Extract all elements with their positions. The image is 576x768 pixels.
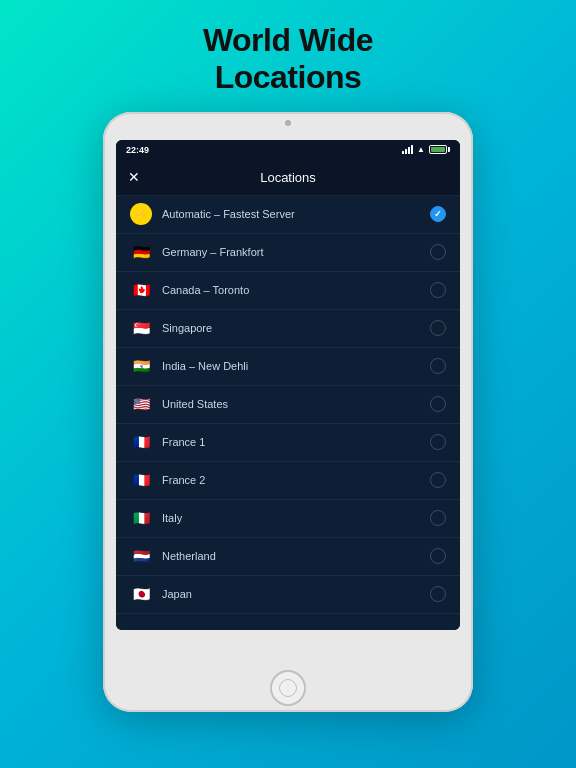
ipad-screen: 22:49 ▲ (116, 140, 460, 630)
location-name: Canada – Toronto (162, 284, 430, 296)
nav-header: ✕ Locations (116, 160, 460, 196)
home-button[interactable] (270, 670, 306, 706)
location-name: France 2 (162, 474, 430, 486)
location-name: India – New Dehli (162, 360, 430, 372)
camera-dot (285, 120, 291, 126)
flag-icon: 🇸🇬 (130, 317, 152, 339)
page-title: World Wide Locations (203, 22, 373, 96)
select-indicator (430, 320, 446, 336)
list-item[interactable]: 🇮🇳 India – New Dehli (116, 348, 460, 386)
auto-icon: ⚡ (130, 203, 152, 225)
list-item[interactable]: 🇮🇹 Italy (116, 500, 460, 538)
location-name: United States (162, 398, 430, 410)
signal-icon (402, 145, 413, 154)
select-indicator (430, 244, 446, 260)
battery-icon (429, 145, 450, 154)
list-item[interactable]: 🇨🇦 Canada – Toronto (116, 272, 460, 310)
status-icons: ▲ (402, 145, 450, 154)
flag-icon: 🇳🇱 (130, 545, 152, 567)
list-item[interactable]: 🇩🇪 Germany – Frankfort (116, 234, 460, 272)
location-name: Germany – Frankfort (162, 246, 430, 258)
select-indicator (430, 586, 446, 602)
select-indicator (430, 206, 446, 222)
select-indicator (430, 396, 446, 412)
location-name: Italy (162, 512, 430, 524)
list-item[interactable]: 🇫🇷 France 1 (116, 424, 460, 462)
nav-title: Locations (260, 170, 316, 185)
list-item[interactable]: 🇫🇷 France 2 (116, 462, 460, 500)
location-name: Netherland (162, 550, 430, 562)
flag-icon: 🇫🇷 (130, 469, 152, 491)
locations-list: ⚡ Automatic – Fastest Server 🇩🇪 Germany … (116, 196, 460, 630)
select-indicator (430, 282, 446, 298)
list-item[interactable]: 🇯🇵 Japan (116, 576, 460, 614)
location-name: Japan (162, 588, 430, 600)
list-item[interactable]: 🇳🇱 Netherland (116, 538, 460, 576)
select-indicator (430, 472, 446, 488)
flag-icon: 🇨🇦 (130, 279, 152, 301)
select-indicator (430, 548, 446, 564)
wifi-icon: ▲ (417, 145, 425, 154)
select-indicator (430, 434, 446, 450)
flag-icon: 🇩🇪 (130, 241, 152, 263)
flag-icon: 🇯🇵 (130, 583, 152, 605)
location-name: Automatic – Fastest Server (162, 208, 430, 220)
ipad-frame: 22:49 ▲ (103, 112, 473, 712)
location-name: Singapore (162, 322, 430, 334)
flag-icon: 🇺🇸 (130, 393, 152, 415)
location-name: France 1 (162, 436, 430, 448)
flag-icon: 🇮🇳 (130, 355, 152, 377)
status-bar: 22:49 ▲ (116, 140, 460, 160)
list-item[interactable]: 🇺🇸 United States (116, 386, 460, 424)
close-button[interactable]: ✕ (128, 169, 140, 185)
select-indicator (430, 510, 446, 526)
flag-icon: 🇮🇹 (130, 507, 152, 529)
select-indicator (430, 358, 446, 374)
flag-icon: 🇫🇷 (130, 431, 152, 453)
list-item[interactable]: 🇸🇬 Singapore (116, 310, 460, 348)
status-time: 22:49 (126, 145, 149, 155)
list-item[interactable]: ⚡ Automatic – Fastest Server (116, 196, 460, 234)
